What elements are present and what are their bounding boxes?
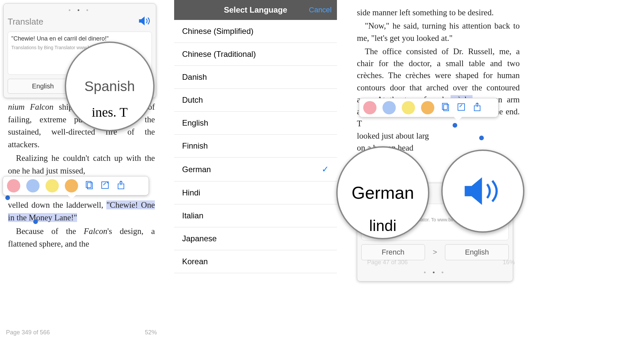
zoom-text: Spanish	[84, 78, 135, 94]
checkmark-icon: ✓	[322, 164, 329, 174]
note-icon[interactable]	[456, 102, 466, 113]
highlight-yellow[interactable]	[402, 101, 415, 114]
speaker-icon-large	[461, 173, 504, 209]
lang-item-italian[interactable]: Italian	[174, 204, 337, 227]
selection-toolbar	[359, 98, 498, 117]
highlight-pink[interactable]	[363, 101, 376, 114]
popup-page-dots: ● ● ●	[361, 270, 509, 275]
reader-body: side manner left something to be desired…	[357, 7, 520, 154]
highlight-pink[interactable]	[7, 179, 20, 192]
share-icon[interactable]	[116, 180, 126, 191]
note-icon[interactable]	[100, 180, 110, 191]
cancel-button[interactable]: Cancel	[309, 6, 332, 14]
selection-handle-end[interactable]	[33, 219, 38, 224]
nav-title: Select Language	[224, 5, 287, 15]
speaker-icon[interactable]	[138, 15, 152, 28]
popup-page-dots: ● ● ●	[8, 8, 152, 12]
language-list: Chinese (Simplified) Chinese (Traditiona…	[174, 20, 337, 273]
svg-rect-6	[458, 104, 465, 110]
progress-pct: 16%	[503, 259, 515, 266]
lang-item-hindi[interactable]: Hindi	[174, 181, 337, 204]
translate-title: Translate	[8, 17, 43, 27]
selection-handle-start[interactable]	[5, 195, 10, 200]
selection-handle-start[interactable]	[453, 123, 457, 128]
nav-bar: Select Language Cancel	[174, 0, 337, 20]
translated-text: "Chewie! Una en el carril del dinero!"	[11, 35, 148, 42]
lang-item-chinese-simplified[interactable]: Chinese (Simplified)	[174, 20, 337, 43]
selection-toolbar	[3, 176, 149, 195]
lang-item-dutch[interactable]: Dutch	[174, 89, 337, 112]
lang-item-english[interactable]: English	[174, 112, 337, 135]
lang-item-german[interactable]: German✓	[174, 158, 337, 181]
zoom-callout-german: German lindi	[336, 146, 429, 239]
lang-item-chinese-traditional[interactable]: Chinese (Traditional)	[174, 43, 337, 66]
lang-item-finnish[interactable]: Finnish	[174, 135, 337, 158]
copy-icon[interactable]	[440, 102, 450, 113]
page-indicator: Page 47 of 306	[367, 259, 408, 266]
share-icon[interactable]	[472, 102, 482, 113]
reader-body: nium Falcon ship's defensive danger of f…	[3, 101, 160, 250]
page-indicator: Page 349 of 566	[6, 329, 50, 336]
highlight-yellow[interactable]	[46, 179, 59, 192]
zoom-callout-spanish: Spanish ines. T	[65, 42, 155, 131]
zoom-callout-speaker	[441, 150, 524, 233]
lang-item-korean[interactable]: Korean	[174, 250, 337, 273]
highlight-blue[interactable]	[382, 101, 396, 114]
page-footer: Page 349 of 566 52%	[6, 329, 157, 336]
to-language-button[interactable]: English	[445, 244, 509, 260]
highlight-blue[interactable]	[26, 179, 40, 192]
progress-pct: 52%	[145, 329, 157, 336]
copy-icon[interactable]	[84, 180, 94, 191]
highlight-orange[interactable]	[421, 101, 434, 114]
lang-item-danish[interactable]: Danish	[174, 66, 337, 89]
highlight-orange[interactable]	[65, 179, 78, 192]
selection-handle-end[interactable]	[479, 136, 484, 140]
lang-item-japanese[interactable]: Japanese	[174, 227, 337, 250]
chevron-right-icon: >	[428, 248, 442, 257]
from-language-button[interactable]: French	[361, 244, 425, 260]
